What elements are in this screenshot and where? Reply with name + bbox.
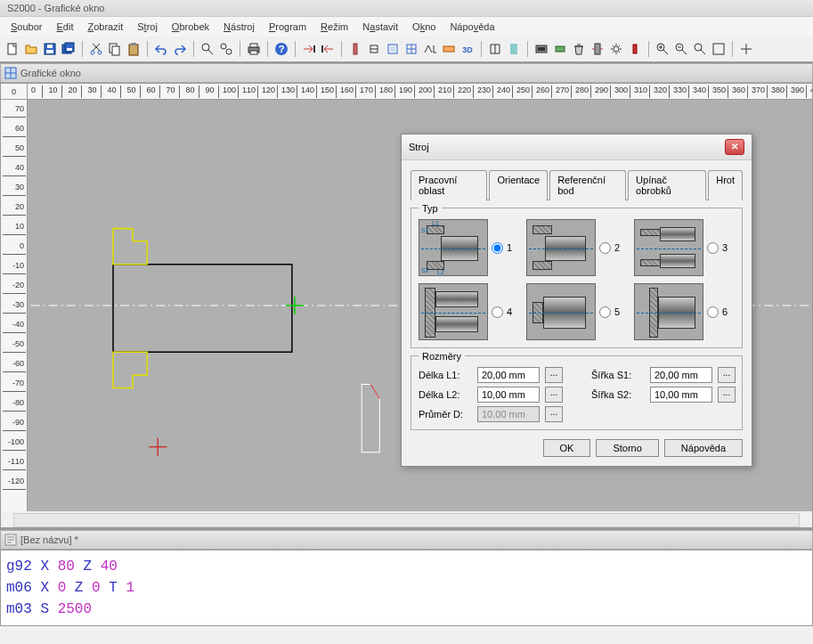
help-icon[interactable]: ? [272, 40, 290, 58]
machine-icon[interactable] [533, 40, 550, 58]
new-file-icon[interactable] [4, 40, 21, 58]
svg-point-7 [91, 51, 94, 54]
cancel-button[interactable]: Storno [596, 439, 658, 457]
tab-refpoint[interactable]: Referenční bod [549, 170, 626, 200]
zoom-window-icon[interactable] [710, 40, 728, 58]
zoom-in-icon[interactable] [654, 40, 671, 58]
type-radio-3[interactable] [707, 242, 719, 254]
redo-icon[interactable] [171, 40, 189, 58]
type-group: Typ S1 L1 S2 L2 1 [411, 208, 743, 348]
paste-icon[interactable] [125, 40, 142, 58]
tab-tip[interactable]: Hrot [708, 170, 743, 200]
type-option-2[interactable]: 2 [526, 219, 627, 276]
type-radio-2[interactable] [599, 242, 611, 254]
tab-workarea[interactable]: Pracovní oblast [411, 170, 487, 200]
dimensions-group: Rozměry Délka L1: ... Šířka S1: ... Délk… [411, 355, 743, 430]
menu-obrobek[interactable]: Obrobek [165, 19, 216, 35]
tab-chuck[interactable]: Upínač obrobků [628, 170, 706, 200]
menu-zobrazit[interactable]: Zobrazit [80, 19, 130, 35]
3d-icon[interactable]: 3D [459, 40, 476, 58]
l1-input[interactable] [477, 367, 540, 383]
s2-browse-button[interactable]: ... [718, 387, 736, 403]
save-all-icon[interactable] [60, 40, 77, 58]
menu-soubor[interactable]: Soubor [4, 19, 49, 35]
graphics-panel-header: Grafické okno [0, 63, 813, 83]
tab-orientation[interactable]: Orientace [489, 170, 548, 200]
settings-icon[interactable] [607, 40, 625, 58]
tool7-icon[interactable] [486, 40, 504, 58]
ok-button[interactable]: OK [543, 439, 591, 457]
vertical-ruler: 706050403020100-10-20-30-40-50-60-70-80-… [1, 100, 28, 511]
dialog-close-button[interactable]: ✕ [725, 139, 744, 155]
type-option-6[interactable]: 6 [634, 283, 735, 340]
code-panel-header: [Bez názvu] * [0, 530, 813, 550]
chuck-type-5-preview [526, 283, 596, 340]
horizontal-ruler: 0102030405060708090100110120130140150160… [28, 84, 812, 100]
tool3-icon[interactable] [384, 40, 402, 58]
tool4-icon[interactable] [402, 40, 420, 58]
menu-napoveda[interactable]: Nápověda [443, 19, 501, 35]
zoom-fit-icon[interactable] [691, 40, 709, 58]
s2-input[interactable] [650, 387, 712, 403]
undo-icon[interactable] [152, 40, 170, 58]
svg-rect-44 [113, 265, 292, 352]
save-icon[interactable] [41, 40, 59, 58]
tool8-icon[interactable] [505, 40, 523, 58]
type-option-3[interactable]: 3 [634, 219, 735, 276]
l2-browse-button[interactable]: ... [545, 387, 563, 403]
svg-rect-26 [390, 46, 395, 52]
svg-point-36 [614, 46, 619, 52]
type-radio-4[interactable] [492, 306, 503, 318]
code-editor[interactable]: g92 X 80 Z 40m06 X 0 Z 0 T 1m03 S 2500 [0, 550, 813, 626]
cut-icon[interactable] [87, 40, 105, 58]
s1-input[interactable] [650, 367, 712, 383]
type-radio-1[interactable] [492, 242, 503, 254]
svg-rect-0 [8, 44, 16, 54]
s1-browse-button[interactable]: ... [718, 367, 736, 383]
type-radio-5[interactable] [599, 306, 611, 318]
d-browse-button[interactable]: ... [545, 406, 563, 422]
menu-stroj[interactable]: Stroj [130, 19, 165, 35]
tool5-icon[interactable] [421, 40, 439, 58]
zoom-out-icon[interactable] [672, 40, 690, 58]
l2-input[interactable] [477, 387, 540, 403]
svg-rect-17 [250, 44, 257, 47]
tool1-icon[interactable] [346, 40, 364, 58]
tool2-icon[interactable] [365, 40, 383, 58]
menu-okno[interactable]: Okno [405, 19, 443, 35]
svg-point-13 [202, 44, 209, 51]
open-file-icon[interactable] [22, 40, 40, 58]
menu-edit[interactable]: Edit [49, 19, 80, 35]
tool-red-icon[interactable] [626, 40, 644, 58]
print-icon[interactable] [245, 40, 263, 58]
d-input [477, 406, 540, 422]
menu-rezim[interactable]: Režim [313, 19, 355, 35]
copy-icon[interactable] [106, 40, 124, 58]
tool6-icon[interactable] [440, 40, 458, 58]
svg-rect-33 [538, 47, 545, 51]
workpiece-icon[interactable] [551, 40, 569, 58]
svg-rect-41 [713, 44, 724, 54]
step-into-icon[interactable] [300, 40, 318, 58]
svg-text:3D: 3D [462, 45, 473, 54]
trash-icon[interactable] [570, 40, 588, 58]
svg-text:?: ? [279, 44, 285, 54]
step-over-icon[interactable] [319, 40, 337, 58]
l1-label: Délka L1: [419, 370, 472, 380]
crosshair-icon[interactable] [737, 40, 755, 58]
menu-nastavit[interactable]: Nastavit [355, 19, 405, 35]
horizontal-scrollbar[interactable] [13, 513, 800, 527]
type-radio-6[interactable] [707, 306, 719, 318]
type-option-5[interactable]: 5 [526, 283, 627, 340]
find-icon[interactable] [199, 40, 216, 58]
type-option-1[interactable]: S1 L1 S2 L2 1 [419, 219, 519, 276]
svg-line-47 [370, 384, 379, 398]
find-next-icon[interactable] [217, 40, 235, 58]
tool-change-icon[interactable] [589, 40, 606, 58]
menu-nastroj[interactable]: Nástroj [216, 19, 262, 35]
l2-label: Délka L2: [419, 389, 472, 400]
l1-browse-button[interactable]: ... [545, 367, 563, 383]
type-option-4[interactable]: 4 [419, 283, 519, 340]
help-button[interactable]: Nápověda [664, 439, 743, 457]
menu-program[interactable]: Program [262, 19, 313, 35]
